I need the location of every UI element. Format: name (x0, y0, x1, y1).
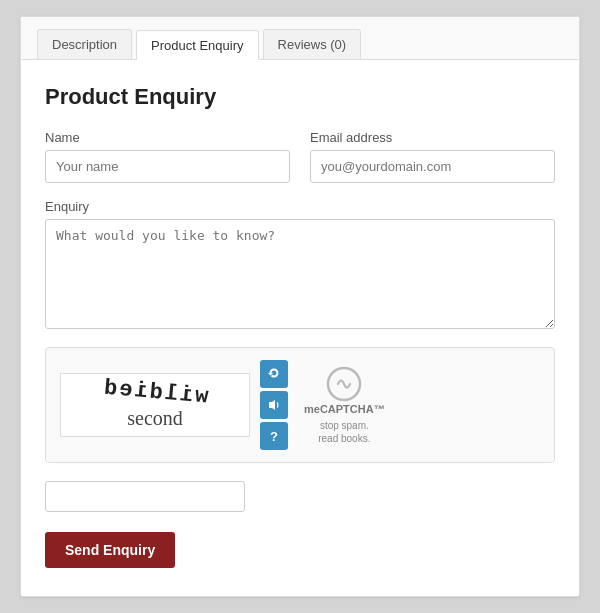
help-icon: ? (270, 429, 278, 444)
captcha-audio-button[interactable] (260, 391, 288, 419)
name-label: Name (45, 130, 290, 145)
captcha-word1: wildied (101, 375, 209, 409)
captcha-input[interactable] (45, 481, 245, 512)
page-title: Product Enquiry (45, 84, 555, 110)
enquiry-label: Enquiry (45, 199, 555, 214)
product-enquiry-card: Description Product Enquiry Reviews (0) … (20, 16, 580, 597)
captcha-help-button[interactable]: ? (260, 422, 288, 450)
captcha-controls: ? (260, 360, 288, 450)
form-content: Product Enquiry Name Email address Enqui… (21, 60, 579, 596)
svg-marker-0 (269, 400, 275, 410)
mecaptcha-icon (325, 365, 363, 403)
captcha-word2: second (71, 407, 239, 430)
name-email-row: Name Email address (45, 130, 555, 183)
email-input[interactable] (310, 150, 555, 183)
captcha-refresh-button[interactable] (260, 360, 288, 388)
tab-description[interactable]: Description (37, 29, 132, 59)
tab-bar: Description Product Enquiry Reviews (0) (21, 17, 579, 60)
tab-product-enquiry[interactable]: Product Enquiry (136, 30, 259, 60)
name-group: Name (45, 130, 290, 183)
email-label: Email address (310, 130, 555, 145)
send-enquiry-button[interactable]: Send Enquiry (45, 532, 175, 568)
mecaptcha-label: meCAPTCHA™ (304, 403, 385, 415)
captcha-section: wildied second ? (45, 347, 555, 463)
email-group: Email address (310, 130, 555, 183)
enquiry-textarea[interactable] (45, 219, 555, 329)
enquiry-group: Enquiry (45, 199, 555, 329)
stop-spam-text: stop spam. read books. (318, 419, 370, 445)
captcha-input-row (45, 481, 555, 512)
mecaptcha-logo: meCAPTCHA™ stop spam. read books. (304, 365, 385, 445)
tab-reviews[interactable]: Reviews (0) (263, 29, 362, 59)
captcha-image: wildied second (60, 373, 250, 437)
name-input[interactable] (45, 150, 290, 183)
